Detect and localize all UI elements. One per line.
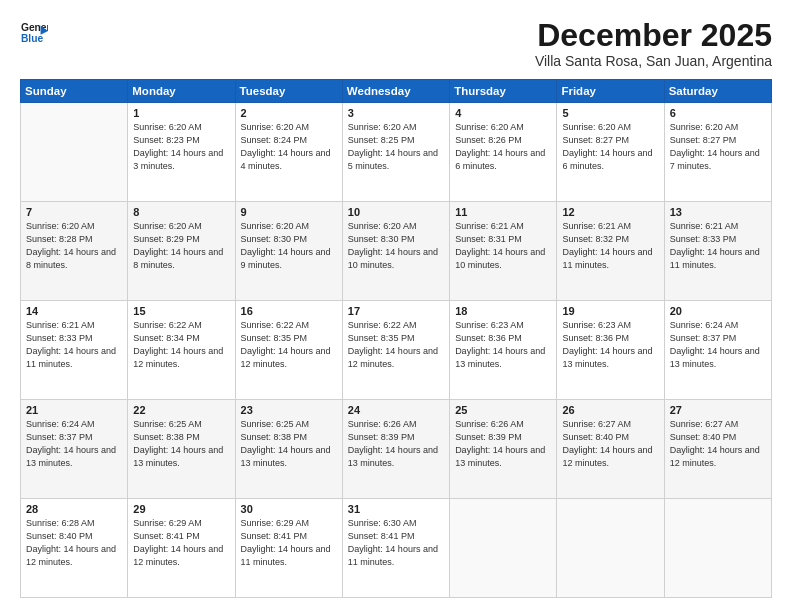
day-number: 22 xyxy=(133,404,229,416)
calendar-week-row: 1Sunrise: 6:20 AM Sunset: 8:23 PM Daylig… xyxy=(21,103,772,202)
day-number: 5 xyxy=(562,107,658,119)
day-info: Sunrise: 6:25 AM Sunset: 8:38 PM Dayligh… xyxy=(241,418,337,470)
day-info: Sunrise: 6:22 AM Sunset: 8:35 PM Dayligh… xyxy=(241,319,337,371)
day-number: 25 xyxy=(455,404,551,416)
day-number: 18 xyxy=(455,305,551,317)
calendar-day-cell: 2Sunrise: 6:20 AM Sunset: 8:24 PM Daylig… xyxy=(235,103,342,202)
calendar-day-cell: 17Sunrise: 6:22 AM Sunset: 8:35 PM Dayli… xyxy=(342,301,449,400)
day-number: 9 xyxy=(241,206,337,218)
day-info: Sunrise: 6:29 AM Sunset: 8:41 PM Dayligh… xyxy=(133,517,229,569)
calendar-day-cell: 4Sunrise: 6:20 AM Sunset: 8:26 PM Daylig… xyxy=(450,103,557,202)
logo: General Blue xyxy=(20,18,48,46)
day-info: Sunrise: 6:20 AM Sunset: 8:23 PM Dayligh… xyxy=(133,121,229,173)
day-info: Sunrise: 6:26 AM Sunset: 8:39 PM Dayligh… xyxy=(455,418,551,470)
header-sunday: Sunday xyxy=(21,80,128,103)
calendar-week-row: 7Sunrise: 6:20 AM Sunset: 8:28 PM Daylig… xyxy=(21,202,772,301)
day-info: Sunrise: 6:25 AM Sunset: 8:38 PM Dayligh… xyxy=(133,418,229,470)
calendar-day-cell: 8Sunrise: 6:20 AM Sunset: 8:29 PM Daylig… xyxy=(128,202,235,301)
day-number: 23 xyxy=(241,404,337,416)
day-number: 17 xyxy=(348,305,444,317)
calendar-day-cell xyxy=(450,499,557,598)
day-info: Sunrise: 6:21 AM Sunset: 8:33 PM Dayligh… xyxy=(26,319,122,371)
day-number: 2 xyxy=(241,107,337,119)
day-number: 27 xyxy=(670,404,766,416)
header-tuesday: Tuesday xyxy=(235,80,342,103)
day-number: 26 xyxy=(562,404,658,416)
calendar-table: Sunday Monday Tuesday Wednesday Thursday… xyxy=(20,79,772,598)
day-info: Sunrise: 6:20 AM Sunset: 8:29 PM Dayligh… xyxy=(133,220,229,272)
day-number: 3 xyxy=(348,107,444,119)
title-block: December 2025 Villa Santa Rosa, San Juan… xyxy=(535,18,772,69)
day-info: Sunrise: 6:27 AM Sunset: 8:40 PM Dayligh… xyxy=(562,418,658,470)
header-saturday: Saturday xyxy=(664,80,771,103)
day-info: Sunrise: 6:24 AM Sunset: 8:37 PM Dayligh… xyxy=(670,319,766,371)
calendar-day-cell xyxy=(664,499,771,598)
day-number: 11 xyxy=(455,206,551,218)
day-number: 24 xyxy=(348,404,444,416)
calendar-day-cell: 30Sunrise: 6:29 AM Sunset: 8:41 PM Dayli… xyxy=(235,499,342,598)
day-number: 29 xyxy=(133,503,229,515)
day-info: Sunrise: 6:20 AM Sunset: 8:30 PM Dayligh… xyxy=(348,220,444,272)
day-info: Sunrise: 6:21 AM Sunset: 8:31 PM Dayligh… xyxy=(455,220,551,272)
day-info: Sunrise: 6:28 AM Sunset: 8:40 PM Dayligh… xyxy=(26,517,122,569)
calendar-day-cell: 9Sunrise: 6:20 AM Sunset: 8:30 PM Daylig… xyxy=(235,202,342,301)
day-info: Sunrise: 6:23 AM Sunset: 8:36 PM Dayligh… xyxy=(562,319,658,371)
calendar-day-cell: 15Sunrise: 6:22 AM Sunset: 8:34 PM Dayli… xyxy=(128,301,235,400)
calendar-day-cell: 12Sunrise: 6:21 AM Sunset: 8:32 PM Dayli… xyxy=(557,202,664,301)
calendar-day-cell: 21Sunrise: 6:24 AM Sunset: 8:37 PM Dayli… xyxy=(21,400,128,499)
day-number: 14 xyxy=(26,305,122,317)
calendar-day-cell: 10Sunrise: 6:20 AM Sunset: 8:30 PM Dayli… xyxy=(342,202,449,301)
day-info: Sunrise: 6:24 AM Sunset: 8:37 PM Dayligh… xyxy=(26,418,122,470)
day-number: 7 xyxy=(26,206,122,218)
day-number: 21 xyxy=(26,404,122,416)
day-number: 30 xyxy=(241,503,337,515)
day-info: Sunrise: 6:21 AM Sunset: 8:32 PM Dayligh… xyxy=(562,220,658,272)
header-wednesday: Wednesday xyxy=(342,80,449,103)
day-info: Sunrise: 6:22 AM Sunset: 8:35 PM Dayligh… xyxy=(348,319,444,371)
day-info: Sunrise: 6:20 AM Sunset: 8:24 PM Dayligh… xyxy=(241,121,337,173)
day-number: 15 xyxy=(133,305,229,317)
day-number: 8 xyxy=(133,206,229,218)
subtitle: Villa Santa Rosa, San Juan, Argentina xyxy=(535,53,772,69)
calendar-day-cell: 24Sunrise: 6:26 AM Sunset: 8:39 PM Dayli… xyxy=(342,400,449,499)
day-info: Sunrise: 6:29 AM Sunset: 8:41 PM Dayligh… xyxy=(241,517,337,569)
day-number: 1 xyxy=(133,107,229,119)
day-number: 31 xyxy=(348,503,444,515)
day-info: Sunrise: 6:30 AM Sunset: 8:41 PM Dayligh… xyxy=(348,517,444,569)
calendar-day-cell: 22Sunrise: 6:25 AM Sunset: 8:38 PM Dayli… xyxy=(128,400,235,499)
day-number: 20 xyxy=(670,305,766,317)
calendar-day-cell: 1Sunrise: 6:20 AM Sunset: 8:23 PM Daylig… xyxy=(128,103,235,202)
day-number: 28 xyxy=(26,503,122,515)
calendar-day-cell: 20Sunrise: 6:24 AM Sunset: 8:37 PM Dayli… xyxy=(664,301,771,400)
calendar-day-cell: 19Sunrise: 6:23 AM Sunset: 8:36 PM Dayli… xyxy=(557,301,664,400)
calendar-day-cell xyxy=(557,499,664,598)
day-number: 12 xyxy=(562,206,658,218)
day-number: 10 xyxy=(348,206,444,218)
svg-text:Blue: Blue xyxy=(21,33,44,44)
header-monday: Monday xyxy=(128,80,235,103)
calendar-day-cell: 16Sunrise: 6:22 AM Sunset: 8:35 PM Dayli… xyxy=(235,301,342,400)
page: General Blue December 2025 Villa Santa R… xyxy=(0,0,792,612)
calendar-day-cell: 11Sunrise: 6:21 AM Sunset: 8:31 PM Dayli… xyxy=(450,202,557,301)
calendar-day-cell: 5Sunrise: 6:20 AM Sunset: 8:27 PM Daylig… xyxy=(557,103,664,202)
day-info: Sunrise: 6:20 AM Sunset: 8:26 PM Dayligh… xyxy=(455,121,551,173)
calendar-day-cell: 29Sunrise: 6:29 AM Sunset: 8:41 PM Dayli… xyxy=(128,499,235,598)
day-info: Sunrise: 6:20 AM Sunset: 8:28 PM Dayligh… xyxy=(26,220,122,272)
logo-icon: General Blue xyxy=(20,18,48,46)
calendar-day-cell xyxy=(21,103,128,202)
day-info: Sunrise: 6:21 AM Sunset: 8:33 PM Dayligh… xyxy=(670,220,766,272)
day-info: Sunrise: 6:20 AM Sunset: 8:27 PM Dayligh… xyxy=(562,121,658,173)
day-info: Sunrise: 6:20 AM Sunset: 8:25 PM Dayligh… xyxy=(348,121,444,173)
day-info: Sunrise: 6:26 AM Sunset: 8:39 PM Dayligh… xyxy=(348,418,444,470)
calendar-day-cell: 6Sunrise: 6:20 AM Sunset: 8:27 PM Daylig… xyxy=(664,103,771,202)
day-number: 19 xyxy=(562,305,658,317)
header-friday: Friday xyxy=(557,80,664,103)
calendar-day-cell: 14Sunrise: 6:21 AM Sunset: 8:33 PM Dayli… xyxy=(21,301,128,400)
main-title: December 2025 xyxy=(535,18,772,53)
calendar-day-cell: 7Sunrise: 6:20 AM Sunset: 8:28 PM Daylig… xyxy=(21,202,128,301)
day-info: Sunrise: 6:20 AM Sunset: 8:27 PM Dayligh… xyxy=(670,121,766,173)
day-number: 13 xyxy=(670,206,766,218)
calendar-day-cell: 18Sunrise: 6:23 AM Sunset: 8:36 PM Dayli… xyxy=(450,301,557,400)
day-number: 4 xyxy=(455,107,551,119)
calendar-day-cell: 3Sunrise: 6:20 AM Sunset: 8:25 PM Daylig… xyxy=(342,103,449,202)
